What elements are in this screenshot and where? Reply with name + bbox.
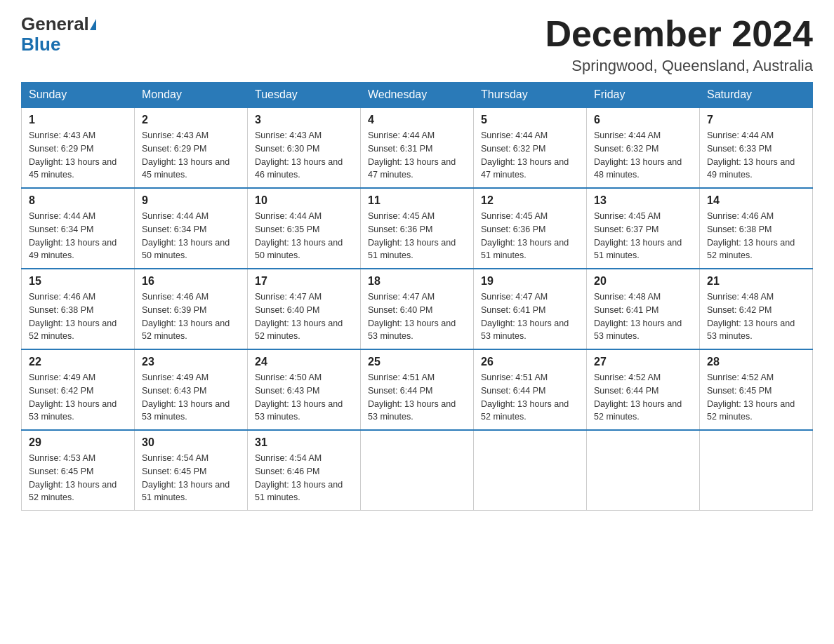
day-info: Sunrise: 4:44 AM Sunset: 6:32 PM Dayligh… (594, 129, 692, 182)
day-info: Sunrise: 4:46 AM Sunset: 6:39 PM Dayligh… (142, 290, 240, 343)
day-info: Sunrise: 4:49 AM Sunset: 6:42 PM Dayligh… (29, 371, 127, 424)
calendar-day-cell: 4 Sunrise: 4:44 AM Sunset: 6:31 PM Dayli… (361, 107, 474, 188)
day-info: Sunrise: 4:44 AM Sunset: 6:34 PM Dayligh… (142, 210, 240, 262)
day-info: Sunrise: 4:48 AM Sunset: 6:41 PM Dayligh… (594, 290, 692, 343)
day-info: Sunrise: 4:44 AM Sunset: 6:33 PM Dayligh… (707, 129, 805, 182)
day-info: Sunrise: 4:46 AM Sunset: 6:38 PM Dayligh… (29, 290, 127, 343)
calendar-week-row: 22 Sunrise: 4:49 AM Sunset: 6:42 PM Dayl… (22, 349, 813, 430)
day-number: 24 (255, 356, 353, 368)
calendar-table: SundayMondayTuesdayWednesdayThursdayFrid… (21, 82, 813, 511)
day-of-week-header: Sunday (22, 83, 135, 108)
calendar-week-row: 29 Sunrise: 4:53 AM Sunset: 6:45 PM Dayl… (22, 430, 813, 511)
calendar-day-cell: 27 Sunrise: 4:52 AM Sunset: 6:44 PM Dayl… (587, 349, 700, 430)
day-number: 28 (707, 356, 805, 368)
calendar-week-row: 1 Sunrise: 4:43 AM Sunset: 6:29 PM Dayli… (22, 107, 813, 188)
day-info: Sunrise: 4:51 AM Sunset: 6:44 PM Dayligh… (481, 371, 579, 424)
calendar-week-row: 8 Sunrise: 4:44 AM Sunset: 6:34 PM Dayli… (22, 188, 813, 269)
day-info: Sunrise: 4:45 AM Sunset: 6:36 PM Dayligh… (481, 210, 579, 262)
calendar-day-cell: 19 Sunrise: 4:47 AM Sunset: 6:41 PM Dayl… (474, 269, 587, 349)
day-of-week-header: Saturday (700, 83, 813, 108)
logo-line1: General (21, 14, 96, 34)
calendar-day-cell: 8 Sunrise: 4:44 AM Sunset: 6:34 PM Dayli… (22, 188, 135, 269)
page-header: General Blue December 2024 Springwood, Q… (21, 14, 813, 75)
day-number: 4 (368, 114, 466, 126)
calendar-day-cell: 9 Sunrise: 4:44 AM Sunset: 6:34 PM Dayli… (135, 188, 248, 269)
calendar-day-cell: 1 Sunrise: 4:43 AM Sunset: 6:29 PM Dayli… (22, 107, 135, 188)
day-number: 10 (255, 194, 353, 207)
day-info: Sunrise: 4:44 AM Sunset: 6:35 PM Dayligh… (255, 210, 353, 262)
day-of-week-header: Monday (135, 83, 248, 108)
day-number: 22 (29, 356, 127, 368)
calendar-header-row: SundayMondayTuesdayWednesdayThursdayFrid… (22, 83, 813, 108)
day-info: Sunrise: 4:54 AM Sunset: 6:45 PM Dayligh… (142, 452, 240, 504)
day-number: 25 (368, 356, 466, 368)
calendar-day-cell: 25 Sunrise: 4:51 AM Sunset: 6:44 PM Dayl… (361, 349, 474, 430)
day-number: 9 (142, 194, 240, 207)
day-info: Sunrise: 4:43 AM Sunset: 6:29 PM Dayligh… (29, 129, 127, 182)
day-number: 23 (142, 356, 240, 368)
day-of-week-header: Tuesday (248, 83, 361, 108)
day-number: 26 (481, 356, 579, 368)
day-of-week-header: Thursday (474, 83, 587, 108)
day-info: Sunrise: 4:53 AM Sunset: 6:45 PM Dayligh… (29, 452, 127, 504)
calendar-day-cell: 13 Sunrise: 4:45 AM Sunset: 6:37 PM Dayl… (587, 188, 700, 269)
day-number: 6 (594, 114, 692, 126)
day-number: 18 (368, 275, 466, 288)
calendar-day-cell: 20 Sunrise: 4:48 AM Sunset: 6:41 PM Dayl… (587, 269, 700, 349)
calendar-day-cell: 26 Sunrise: 4:51 AM Sunset: 6:44 PM Dayl… (474, 349, 587, 430)
day-number: 3 (255, 114, 353, 126)
calendar-day-cell: 18 Sunrise: 4:47 AM Sunset: 6:40 PM Dayl… (361, 269, 474, 349)
day-info: Sunrise: 4:52 AM Sunset: 6:45 PM Dayligh… (707, 371, 805, 424)
day-info: Sunrise: 4:43 AM Sunset: 6:29 PM Dayligh… (142, 129, 240, 182)
day-info: Sunrise: 4:47 AM Sunset: 6:40 PM Dayligh… (255, 290, 353, 343)
calendar-subtitle: Springwood, Queensland, Australia (545, 57, 813, 75)
calendar-day-cell: 22 Sunrise: 4:49 AM Sunset: 6:42 PM Dayl… (22, 349, 135, 430)
calendar-day-cell: 23 Sunrise: 4:49 AM Sunset: 6:43 PM Dayl… (135, 349, 248, 430)
day-number: 30 (142, 436, 240, 449)
day-number: 5 (481, 114, 579, 126)
calendar-day-cell: 2 Sunrise: 4:43 AM Sunset: 6:29 PM Dayli… (135, 107, 248, 188)
day-number: 8 (29, 194, 127, 207)
day-info: Sunrise: 4:52 AM Sunset: 6:44 PM Dayligh… (594, 371, 692, 424)
calendar-week-row: 15 Sunrise: 4:46 AM Sunset: 6:38 PM Dayl… (22, 269, 813, 349)
day-number: 15 (29, 275, 127, 288)
day-info: Sunrise: 4:54 AM Sunset: 6:46 PM Dayligh… (255, 452, 353, 504)
calendar-day-cell (474, 430, 587, 511)
day-number: 11 (368, 194, 466, 207)
logo: General Blue (21, 14, 96, 54)
calendar-day-cell: 7 Sunrise: 4:44 AM Sunset: 6:33 PM Dayli… (700, 107, 813, 188)
day-number: 14 (707, 194, 805, 207)
title-block: December 2024 Springwood, Queensland, Au… (545, 14, 813, 75)
day-number: 31 (255, 436, 353, 449)
day-info: Sunrise: 4:44 AM Sunset: 6:32 PM Dayligh… (481, 129, 579, 182)
day-of-week-header: Wednesday (361, 83, 474, 108)
day-number: 13 (594, 194, 692, 207)
calendar-day-cell: 29 Sunrise: 4:53 AM Sunset: 6:45 PM Dayl… (22, 430, 135, 511)
day-of-week-header: Friday (587, 83, 700, 108)
calendar-day-cell: 6 Sunrise: 4:44 AM Sunset: 6:32 PM Dayli… (587, 107, 700, 188)
calendar-day-cell: 11 Sunrise: 4:45 AM Sunset: 6:36 PM Dayl… (361, 188, 474, 269)
day-info: Sunrise: 4:47 AM Sunset: 6:40 PM Dayligh… (368, 290, 466, 343)
day-number: 19 (481, 275, 579, 288)
day-info: Sunrise: 4:48 AM Sunset: 6:42 PM Dayligh… (707, 290, 805, 343)
day-number: 7 (707, 114, 805, 126)
day-number: 27 (594, 356, 692, 368)
day-info: Sunrise: 4:46 AM Sunset: 6:38 PM Dayligh… (707, 210, 805, 262)
calendar-day-cell: 12 Sunrise: 4:45 AM Sunset: 6:36 PM Dayl… (474, 188, 587, 269)
calendar-day-cell: 21 Sunrise: 4:48 AM Sunset: 6:42 PM Dayl… (700, 269, 813, 349)
calendar-day-cell (361, 430, 474, 511)
day-number: 17 (255, 275, 353, 288)
calendar-title: December 2024 (545, 14, 813, 54)
calendar-day-cell: 31 Sunrise: 4:54 AM Sunset: 6:46 PM Dayl… (248, 430, 361, 511)
logo-line2: Blue (21, 34, 96, 55)
calendar-day-cell (587, 430, 700, 511)
day-number: 2 (142, 114, 240, 126)
day-info: Sunrise: 4:44 AM Sunset: 6:31 PM Dayligh… (368, 129, 466, 182)
logo-triangle-icon (90, 19, 96, 30)
day-info: Sunrise: 4:43 AM Sunset: 6:30 PM Dayligh… (255, 129, 353, 182)
day-number: 12 (481, 194, 579, 207)
calendar-day-cell: 15 Sunrise: 4:46 AM Sunset: 6:38 PM Dayl… (22, 269, 135, 349)
day-info: Sunrise: 4:44 AM Sunset: 6:34 PM Dayligh… (29, 210, 127, 262)
day-info: Sunrise: 4:45 AM Sunset: 6:37 PM Dayligh… (594, 210, 692, 262)
day-info: Sunrise: 4:50 AM Sunset: 6:43 PM Dayligh… (255, 371, 353, 424)
